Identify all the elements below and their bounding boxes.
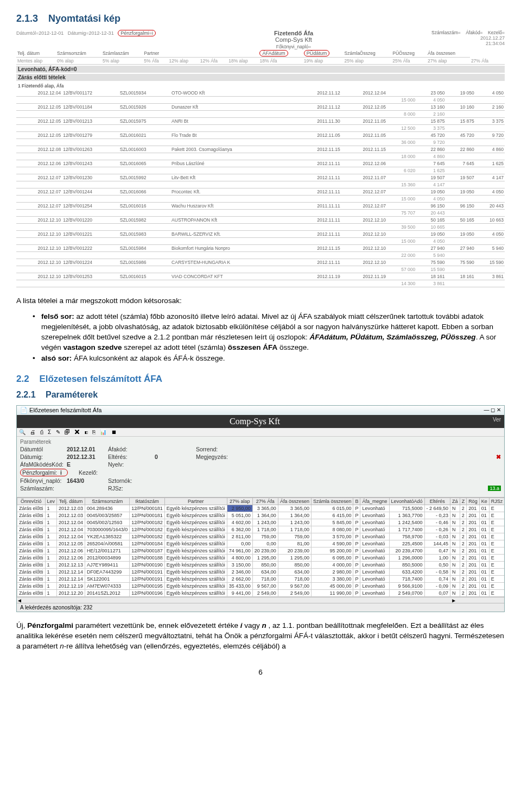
app-window: 📄 Előzetesen felszámított Áfa — ◻ ✕ Comp… (16, 405, 505, 612)
heading-22: 2.2 Előzetesen felszámított ÁFA (16, 374, 505, 385)
data-grid[interactable]: ÖnrevízióLevTelj. dátumSzámsorszámIktató… (17, 498, 504, 603)
version-badge: 13.a (488, 486, 501, 491)
report-bar-levonhato: Levonható, ÁFA-kód=0 (16, 66, 505, 73)
intro-text: A lista tételei a már megszokott módon k… (16, 296, 505, 306)
heading-213: 2.1.3 Nyomtatási kép (16, 13, 505, 24)
toolbar[interactable]: 🔍 🖨 ⎙ Σ ✎ 🗐 🗙 ◧ ⎘ 📊 ⏹ (17, 428, 504, 437)
window-controls[interactable]: — ◻ ✕ (484, 407, 501, 414)
penzforgalmi-highlight: Pénzforgalmi=i (118, 30, 156, 36)
paragraph-penzforgalmi: Új, Pénzforgalmi paramétert vezettünk be… (16, 621, 505, 652)
status-bar: A lekérdezés azonosítója: 232 (17, 603, 504, 612)
report-bar-zaras: Zárás előtti tételek (16, 74, 505, 81)
penzforgalmi-param-highlight: Pénzforgalmi: i (20, 469, 68, 476)
window-titlebar: 📄 Előzetesen felszámított Áfa — ◻ ✕ (17, 406, 504, 415)
company-bar: Comp-Sys Kft Ver (17, 415, 504, 428)
close-icon[interactable]: ✖ (496, 454, 501, 460)
parameters-panel: Paraméterek Dátumtól2012.12.01 Áfakód: S… (17, 437, 504, 498)
bullet-felso-sor: felső sor: az adott tétel (számla) főbb … (41, 312, 505, 353)
bullets: felső sor: az adott tétel (számla) főbb … (41, 312, 505, 364)
bullet-also-sor: alsó sor: ÁFA kulcsonként az alapok és Á… (41, 354, 505, 364)
page-number: 6 (16, 668, 505, 676)
report-preview: Dátumtól=2012-12-01 Dátumig=2012-12-31 P… (16, 30, 505, 287)
report-columns-row1: Telj. dátumSzámsorszámSzámlaszámPartnerÁ… (16, 49, 505, 65)
heading-221: 2.2.1 Paraméterek (16, 390, 505, 400)
report-table: 2012.12.0412/BV/001172SZL0015934OTO-WOOD… (16, 90, 505, 287)
